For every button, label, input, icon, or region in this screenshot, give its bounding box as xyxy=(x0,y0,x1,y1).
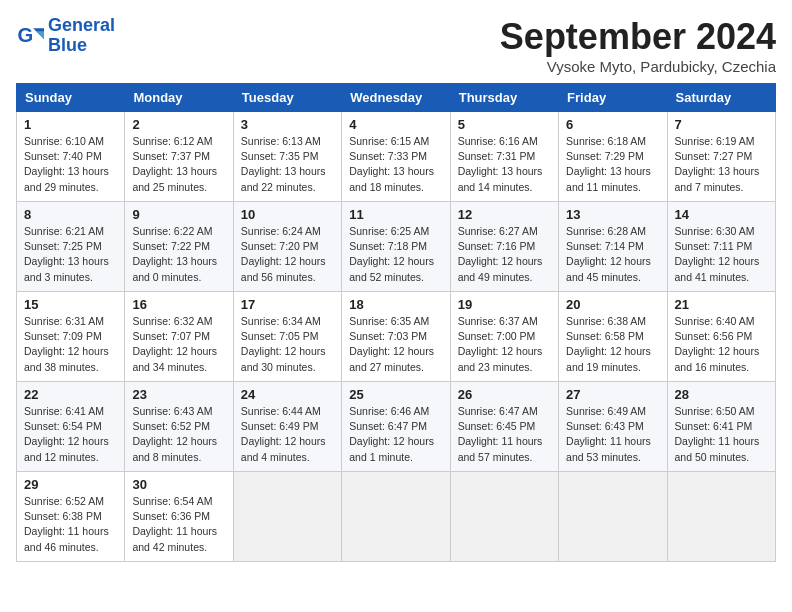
weekday-header-saturday: Saturday xyxy=(667,84,775,112)
day-number: 9 xyxy=(132,207,225,222)
day-number: 14 xyxy=(675,207,768,222)
calendar-day-cell: 3Sunrise: 6:13 AMSunset: 7:35 PMDaylight… xyxy=(233,112,341,202)
day-number: 15 xyxy=(24,297,117,312)
day-detail: Sunrise: 6:27 AMSunset: 7:16 PMDaylight:… xyxy=(458,224,551,285)
calendar-day-cell xyxy=(233,472,341,562)
day-detail: Sunrise: 6:40 AMSunset: 6:56 PMDaylight:… xyxy=(675,314,768,375)
day-number: 7 xyxy=(675,117,768,132)
month-title: September 2024 xyxy=(500,16,776,58)
calendar-header-row: SundayMondayTuesdayWednesdayThursdayFrid… xyxy=(17,84,776,112)
location: Vysoke Myto, Pardubicky, Czechia xyxy=(500,58,776,75)
calendar-day-cell xyxy=(342,472,450,562)
day-number: 23 xyxy=(132,387,225,402)
day-number: 6 xyxy=(566,117,659,132)
page-header: G General Blue September 2024 Vysoke Myt… xyxy=(16,16,776,75)
day-number: 1 xyxy=(24,117,117,132)
day-number: 24 xyxy=(241,387,334,402)
day-detail: Sunrise: 6:37 AMSunset: 7:00 PMDaylight:… xyxy=(458,314,551,375)
day-number: 20 xyxy=(566,297,659,312)
day-number: 25 xyxy=(349,387,442,402)
weekday-header-sunday: Sunday xyxy=(17,84,125,112)
day-detail: Sunrise: 6:13 AMSunset: 7:35 PMDaylight:… xyxy=(241,134,334,195)
calendar-day-cell: 28Sunrise: 6:50 AMSunset: 6:41 PMDayligh… xyxy=(667,382,775,472)
day-detail: Sunrise: 6:41 AMSunset: 6:54 PMDaylight:… xyxy=(24,404,117,465)
calendar-day-cell: 30Sunrise: 6:54 AMSunset: 6:36 PMDayligh… xyxy=(125,472,233,562)
day-number: 4 xyxy=(349,117,442,132)
calendar-day-cell: 5Sunrise: 6:16 AMSunset: 7:31 PMDaylight… xyxy=(450,112,558,202)
calendar-week-row: 22Sunrise: 6:41 AMSunset: 6:54 PMDayligh… xyxy=(17,382,776,472)
day-number: 17 xyxy=(241,297,334,312)
day-number: 28 xyxy=(675,387,768,402)
day-number: 10 xyxy=(241,207,334,222)
day-detail: Sunrise: 6:16 AMSunset: 7:31 PMDaylight:… xyxy=(458,134,551,195)
calendar-day-cell: 1Sunrise: 6:10 AMSunset: 7:40 PMDaylight… xyxy=(17,112,125,202)
calendar-day-cell: 7Sunrise: 6:19 AMSunset: 7:27 PMDaylight… xyxy=(667,112,775,202)
calendar-day-cell: 12Sunrise: 6:27 AMSunset: 7:16 PMDayligh… xyxy=(450,202,558,292)
day-detail: Sunrise: 6:24 AMSunset: 7:20 PMDaylight:… xyxy=(241,224,334,285)
calendar-day-cell: 27Sunrise: 6:49 AMSunset: 6:43 PMDayligh… xyxy=(559,382,667,472)
logo: G General Blue xyxy=(16,16,115,56)
day-detail: Sunrise: 6:38 AMSunset: 6:58 PMDaylight:… xyxy=(566,314,659,375)
svg-text:G: G xyxy=(18,24,34,46)
calendar-week-row: 15Sunrise: 6:31 AMSunset: 7:09 PMDayligh… xyxy=(17,292,776,382)
weekday-header-tuesday: Tuesday xyxy=(233,84,341,112)
calendar-day-cell: 9Sunrise: 6:22 AMSunset: 7:22 PMDaylight… xyxy=(125,202,233,292)
calendar-day-cell xyxy=(450,472,558,562)
calendar-day-cell xyxy=(559,472,667,562)
day-number: 16 xyxy=(132,297,225,312)
day-number: 13 xyxy=(566,207,659,222)
day-detail: Sunrise: 6:50 AMSunset: 6:41 PMDaylight:… xyxy=(675,404,768,465)
calendar-day-cell: 29Sunrise: 6:52 AMSunset: 6:38 PMDayligh… xyxy=(17,472,125,562)
day-detail: Sunrise: 6:34 AMSunset: 7:05 PMDaylight:… xyxy=(241,314,334,375)
day-detail: Sunrise: 6:15 AMSunset: 7:33 PMDaylight:… xyxy=(349,134,442,195)
calendar-day-cell: 11Sunrise: 6:25 AMSunset: 7:18 PMDayligh… xyxy=(342,202,450,292)
calendar-day-cell: 4Sunrise: 6:15 AMSunset: 7:33 PMDaylight… xyxy=(342,112,450,202)
calendar-week-row: 8Sunrise: 6:21 AMSunset: 7:25 PMDaylight… xyxy=(17,202,776,292)
calendar-day-cell: 20Sunrise: 6:38 AMSunset: 6:58 PMDayligh… xyxy=(559,292,667,382)
day-number: 5 xyxy=(458,117,551,132)
weekday-header-thursday: Thursday xyxy=(450,84,558,112)
day-detail: Sunrise: 6:21 AMSunset: 7:25 PMDaylight:… xyxy=(24,224,117,285)
title-block: September 2024 Vysoke Myto, Pardubicky, … xyxy=(500,16,776,75)
day-number: 22 xyxy=(24,387,117,402)
day-detail: Sunrise: 6:18 AMSunset: 7:29 PMDaylight:… xyxy=(566,134,659,195)
day-detail: Sunrise: 6:52 AMSunset: 6:38 PMDaylight:… xyxy=(24,494,117,555)
weekday-header-friday: Friday xyxy=(559,84,667,112)
logo-line1: General xyxy=(48,15,115,35)
calendar-day-cell: 24Sunrise: 6:44 AMSunset: 6:49 PMDayligh… xyxy=(233,382,341,472)
day-detail: Sunrise: 6:28 AMSunset: 7:14 PMDaylight:… xyxy=(566,224,659,285)
calendar-table: SundayMondayTuesdayWednesdayThursdayFrid… xyxy=(16,83,776,562)
calendar-day-cell: 10Sunrise: 6:24 AMSunset: 7:20 PMDayligh… xyxy=(233,202,341,292)
day-number: 21 xyxy=(675,297,768,312)
calendar-day-cell: 16Sunrise: 6:32 AMSunset: 7:07 PMDayligh… xyxy=(125,292,233,382)
calendar-week-row: 29Sunrise: 6:52 AMSunset: 6:38 PMDayligh… xyxy=(17,472,776,562)
calendar-day-cell: 26Sunrise: 6:47 AMSunset: 6:45 PMDayligh… xyxy=(450,382,558,472)
day-detail: Sunrise: 6:12 AMSunset: 7:37 PMDaylight:… xyxy=(132,134,225,195)
calendar-day-cell: 25Sunrise: 6:46 AMSunset: 6:47 PMDayligh… xyxy=(342,382,450,472)
day-number: 26 xyxy=(458,387,551,402)
day-detail: Sunrise: 6:54 AMSunset: 6:36 PMDaylight:… xyxy=(132,494,225,555)
day-detail: Sunrise: 6:22 AMSunset: 7:22 PMDaylight:… xyxy=(132,224,225,285)
day-number: 3 xyxy=(241,117,334,132)
day-detail: Sunrise: 6:31 AMSunset: 7:09 PMDaylight:… xyxy=(24,314,117,375)
calendar-day-cell: 15Sunrise: 6:31 AMSunset: 7:09 PMDayligh… xyxy=(17,292,125,382)
day-detail: Sunrise: 6:46 AMSunset: 6:47 PMDaylight:… xyxy=(349,404,442,465)
day-number: 2 xyxy=(132,117,225,132)
calendar-day-cell: 2Sunrise: 6:12 AMSunset: 7:37 PMDaylight… xyxy=(125,112,233,202)
day-detail: Sunrise: 6:47 AMSunset: 6:45 PMDaylight:… xyxy=(458,404,551,465)
calendar-day-cell: 6Sunrise: 6:18 AMSunset: 7:29 PMDaylight… xyxy=(559,112,667,202)
weekday-header-wednesday: Wednesday xyxy=(342,84,450,112)
calendar-day-cell: 22Sunrise: 6:41 AMSunset: 6:54 PMDayligh… xyxy=(17,382,125,472)
day-number: 29 xyxy=(24,477,117,492)
calendar-day-cell: 21Sunrise: 6:40 AMSunset: 6:56 PMDayligh… xyxy=(667,292,775,382)
day-detail: Sunrise: 6:19 AMSunset: 7:27 PMDaylight:… xyxy=(675,134,768,195)
calendar-body: 1Sunrise: 6:10 AMSunset: 7:40 PMDaylight… xyxy=(17,112,776,562)
day-detail: Sunrise: 6:44 AMSunset: 6:49 PMDaylight:… xyxy=(241,404,334,465)
calendar-day-cell: 18Sunrise: 6:35 AMSunset: 7:03 PMDayligh… xyxy=(342,292,450,382)
calendar-day-cell: 17Sunrise: 6:34 AMSunset: 7:05 PMDayligh… xyxy=(233,292,341,382)
day-number: 11 xyxy=(349,207,442,222)
day-detail: Sunrise: 6:35 AMSunset: 7:03 PMDaylight:… xyxy=(349,314,442,375)
logo-text: General Blue xyxy=(48,16,115,56)
day-detail: Sunrise: 6:30 AMSunset: 7:11 PMDaylight:… xyxy=(675,224,768,285)
weekday-header-monday: Monday xyxy=(125,84,233,112)
